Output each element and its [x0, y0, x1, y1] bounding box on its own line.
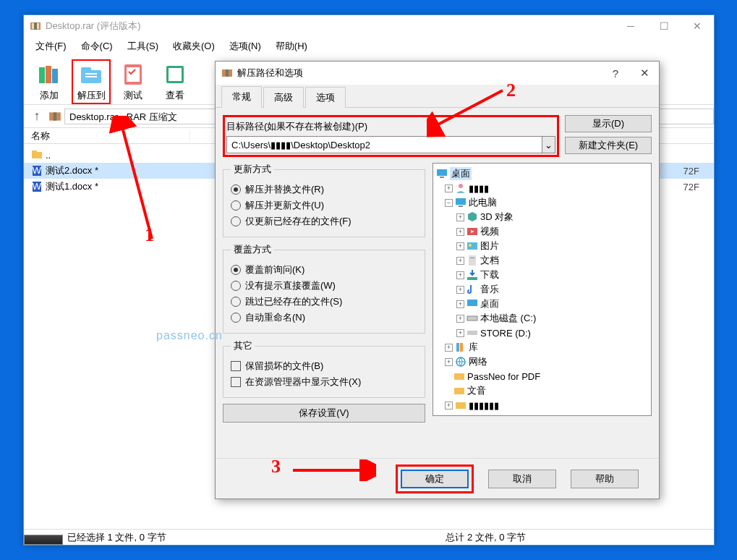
extract-dialog: 解压路径和选项 ? ✕ 常规 高级 选项 目标路径(如果不存在将被创建)(P) … [215, 61, 660, 499]
tree-downloads[interactable]: +下载 [436, 268, 648, 282]
tree-disk-d[interactable]: +STORE (D:) [436, 326, 648, 340]
svg-rect-40 [456, 343, 459, 352]
radio-extract-update[interactable]: 解压并更新文件(U) [231, 198, 417, 213]
dialog-title: 解压路径和选项 [237, 67, 303, 80]
tree-music[interactable]: +音乐 [436, 282, 648, 297]
folder-open-icon [78, 61, 104, 88]
toolbar-add[interactable]: 添加 [30, 59, 69, 104]
overwrite-mode-group: 覆盖方式 覆盖前询问(K) 没有提示直接覆盖(W) 跳过已经存在的文件(S) 自… [223, 243, 425, 334]
tree-desktop[interactable]: 桌面 [436, 166, 648, 181]
radio-ask-overwrite[interactable]: 覆盖前询问(K) [231, 262, 417, 278]
menu-commands[interactable]: 命令(C) [75, 38, 119, 54]
svg-rect-24 [437, 169, 447, 176]
folder-tree[interactable]: 桌面 +▮▮▮▮ −此电脑 +3D 对象 +视频 +图片 +文档 +下载 +音乐… [433, 163, 652, 416]
radio-auto-rename[interactable]: 自动重命名(N) [231, 310, 417, 326]
dialog-icon [221, 67, 233, 79]
download-icon [467, 269, 478, 281]
tree-this-pc[interactable]: −此电脑 [436, 195, 648, 210]
check-show-in-explorer[interactable]: 在资源管理器中显示文件(X) [231, 374, 417, 390]
annotation-1: 1 [145, 224, 154, 246]
tree-wenyin[interactable]: 文音 [436, 383, 648, 398]
docx-icon: W [31, 181, 43, 192]
titlebar: Desktop.rar (评估版本) ─ ☐ ✕ [24, 15, 714, 37]
path-dropdown[interactable]: ⌄ [542, 136, 555, 153]
network-icon [455, 356, 467, 368]
toolbar-view[interactable]: 查看 [156, 59, 195, 104]
pictures-icon [467, 240, 478, 252]
ok-button[interactable]: 确定 [401, 470, 469, 488]
path-input[interactable] [226, 136, 542, 153]
misc-group: 其它 保留损坏的文件(B) 在资源管理器中显示文件(X) [223, 339, 425, 398]
svg-rect-9 [85, 76, 97, 77]
tab-options[interactable]: 选项 [305, 87, 346, 108]
tree-last[interactable]: +▮▮▮▮▮▮ [436, 398, 648, 412]
svg-rect-43 [454, 373, 464, 380]
radio-overwrite-no-prompt[interactable]: 没有提示直接覆盖(W) [231, 278, 417, 294]
svg-rect-39 [467, 331, 477, 335]
svg-rect-11 [127, 67, 140, 82]
maximize-button[interactable]: ☐ [647, 15, 681, 37]
toolbar-test[interactable]: 测试 [114, 59, 153, 104]
help-button[interactable]: 帮助 [571, 470, 639, 488]
minimize-button[interactable]: ─ [614, 15, 647, 37]
tree-disk-c[interactable]: +本地磁盘 (C:) [436, 311, 648, 326]
tree-3d-objects[interactable]: +3D 对象 [436, 210, 648, 224]
update-mode-group: 更新方式 解压并替换文件(R) 解压并更新文件(U) 仅更新已经存在的文件(F) [223, 163, 425, 237]
menu-tools[interactable]: 工具(S) [122, 38, 164, 54]
dialog-tabs: 常规 高级 选项 [216, 85, 659, 108]
cube-icon [467, 211, 478, 223]
tree-documents[interactable]: +文档 [436, 253, 648, 268]
close-button[interactable]: ✕ [681, 15, 714, 37]
tree-desk2[interactable]: +桌面 [436, 297, 648, 311]
svg-rect-3 [39, 67, 45, 83]
svg-rect-25 [440, 177, 444, 178]
path-label: 目标路径(如果不存在将被创建)(P) [226, 119, 555, 135]
docx-icon: W [31, 165, 43, 177]
svg-point-26 [459, 184, 463, 188]
tab-general[interactable]: 常规 [221, 86, 262, 108]
tree-passneo[interactable]: PassNeo for PDF [436, 369, 648, 383]
video-icon [467, 226, 478, 237]
new-folder-button[interactable]: 新建文件夹(E) [565, 137, 652, 154]
svg-rect-8 [85, 73, 97, 75]
radio-extract-replace[interactable]: 解压并替换文件(R) [231, 182, 417, 198]
documents-icon [467, 255, 478, 266]
menu-help[interactable]: 帮助(H) [270, 38, 313, 54]
radio-skip-existing[interactable]: 跳过已经存在的文件(S) [231, 294, 417, 310]
menubar: 文件(F) 命令(C) 工具(S) 收藏夹(O) 选项(N) 帮助(H) [24, 37, 714, 56]
menu-favorites[interactable]: 收藏夹(O) [167, 38, 221, 54]
folder-icon [453, 385, 465, 396]
dialog-close-button[interactable]: ✕ [630, 61, 659, 85]
svg-text:W: W [33, 165, 42, 176]
svg-rect-15 [54, 112, 57, 120]
tree-user[interactable]: +▮▮▮▮ [436, 181, 648, 195]
tree-pictures[interactable]: +图片 [436, 239, 648, 253]
dialog-help-button[interactable]: ? [601, 61, 630, 85]
menu-options[interactable]: 选项(N) [223, 38, 267, 54]
svg-point-32 [469, 244, 472, 247]
book-view-icon [162, 61, 188, 88]
tree-libraries[interactable]: +库 [436, 340, 648, 355]
menu-file[interactable]: 文件(F) [30, 38, 72, 54]
up-button[interactable]: ↑ [28, 108, 46, 125]
annotation-2: 2 [506, 80, 516, 101]
display-button[interactable]: 显示(D) [565, 115, 652, 132]
cancel-button[interactable]: 取消 [488, 470, 556, 488]
radio-freshen[interactable]: 仅更新已经存在的文件(F) [231, 213, 417, 229]
save-settings-button[interactable]: 保存设置(V) [223, 404, 425, 423]
check-keep-broken[interactable]: 保留损坏的文件(B) [231, 358, 417, 374]
svg-rect-33 [469, 255, 476, 266]
toolbar-extract-to[interactable]: 解压到 [72, 59, 111, 104]
svg-rect-27 [456, 198, 466, 205]
tree-videos[interactable]: +视频 [436, 224, 648, 239]
annotation-3: 3 [271, 456, 281, 478]
tree-network[interactable]: +网络 [436, 355, 648, 369]
watermark: passneo.cn [156, 329, 223, 342]
tab-advanced[interactable]: 高级 [263, 87, 304, 108]
dialog-titlebar: 解压路径和选项 ? ✕ [216, 61, 659, 85]
svg-rect-34 [470, 258, 474, 258]
col-name[interactable]: 名称 [24, 130, 190, 143]
svg-rect-13 [169, 68, 182, 81]
svg-rect-45 [456, 402, 466, 409]
taskbar-peek [24, 535, 63, 545]
